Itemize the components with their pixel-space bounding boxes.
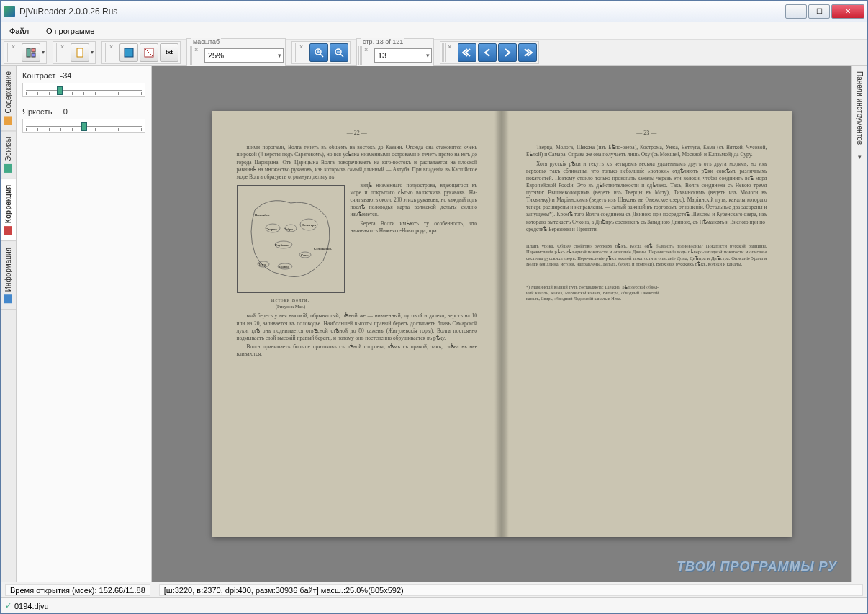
toolbar-close-icon[interactable]: × [194,46,202,53]
color-mode-button[interactable] [119,43,138,62]
menu-file[interactable]: Файл [6,25,32,37]
toolbar-close-icon[interactable]: × [364,46,371,53]
close-button[interactable]: ✕ [831,4,864,19]
page-spread: — 22 — шими порогами, Волга течетъ въ об… [212,111,792,537]
footnote: *) Маріинскій водный путь составляютъ: Ш… [526,281,659,302]
toolbar-close-icon[interactable]: × [109,43,117,50]
page-left: — 22 — шими порогами, Волга течетъ въ об… [212,111,502,537]
app-icon [4,6,15,17]
svg-rect-4 [125,48,133,57]
page-text-left: шими порогами, Волга течетъ въ общемъ на… [237,144,478,358]
zoom-combo[interactable]: 25% [204,48,284,63]
chevron-down-icon[interactable]: ▾ [858,153,862,161]
tab-correction[interactable]: Коррекция [1,179,16,241]
toolbar-grip[interactable] [294,43,298,62]
correction-panel: Контраст -34 Яркость 0 [17,66,151,582]
svg-text:Селигеръ: Селигеръ [302,223,316,227]
dropdown-icon[interactable]: ▾ [42,49,45,55]
first-page-button[interactable] [458,43,476,62]
tab-information[interactable]: Информация [1,242,16,310]
maximize-button[interactable]: ☐ [808,4,830,19]
brightness-section: Яркость 0 [22,107,145,133]
right-panel: Панели инструментов ▾ [851,66,867,582]
file-name[interactable]: 0194.djvu [14,602,49,610]
toolbar-grip[interactable] [189,46,193,65]
svg-rect-1 [32,48,35,52]
svg-text:Сабро: Сабро [284,227,294,231]
zoom-in-button[interactable] [309,43,328,62]
menu-about[interactable]: О программе [43,25,97,37]
status-dimensions: [ш:3220, в:2370, dpi:400, разм:30936 бай… [159,584,863,596]
map-figure: Волочёкъ Стержъ Сабро Селигеръ Глубокое … [237,185,345,293]
svg-text:Пено: Пено [258,263,266,266]
single-page-button[interactable] [71,43,89,62]
document-viewport[interactable]: — 22 — шими порогами, Волга течетъ въ об… [152,66,851,582]
sidebar-tabs: Содержание Эскизы Коррекция Информация [1,66,17,582]
panels-button[interactable] [22,43,40,62]
zoom-label: масштаб [191,38,221,45]
svg-rect-0 [27,48,30,57]
toolbar-grip[interactable] [358,46,363,65]
lesson-plan: Планъ урока. Общее свойство русскихъ рѣк… [526,243,767,268]
last-page-button[interactable] [518,43,537,62]
main-area: Содержание Эскизы Коррекция Информация К… [1,66,867,582]
svg-rect-2 [32,53,35,57]
page-number-right: — 23 — [526,130,767,137]
page-text-right: Тверца, Молога, Шексна (изъ Бѣло-озера),… [526,144,767,302]
filebar: ✓ 0194.djvu [1,597,867,613]
toolbar-group-mode: × txt [101,41,181,64]
svg-line-11 [340,54,343,57]
svg-text:Селижаров.: Селижаров. [314,247,332,250]
svg-line-7 [320,54,323,57]
brightness-label: Яркость 0 [22,107,145,116]
toolbar-group-page: стр. 13 of 121 × 13 [356,38,434,67]
window-title: DjVuReader 2.0.0.26 Rus [19,6,785,17]
brightness-slider[interactable] [22,119,145,133]
toolbar-group-view2: × ▾ [53,41,96,64]
toolbar-close-icon[interactable]: × [60,43,68,50]
svg-text:Волго: Волго [279,265,289,268]
titlebar: DjVuReader 2.0.0.26 Rus — ☐ ✕ [1,1,867,22]
toolbar-group-nav: × [440,41,539,64]
toolbar-grip[interactable] [6,43,10,62]
toolbar-close-icon[interactable]: × [12,43,19,50]
contrast-slider[interactable] [22,83,145,97]
zoom-out-button[interactable] [330,43,348,62]
toolbar-grip[interactable] [442,43,446,62]
svg-rect-3 [77,48,83,57]
svg-text:Глубокое: Глубокое [275,243,289,247]
app-window: DjVuReader 2.0.0.26 Rus — ☐ ✕ Файл О про… [0,0,868,614]
toolbar-grip[interactable] [104,43,108,62]
left-panel: Содержание Эскизы Коррекция Информация К… [1,66,152,582]
toolbar-close-icon[interactable]: × [299,43,307,50]
page-right: — 23 — Тверца, Молога, Шексна (изъ Бѣло-… [502,111,792,537]
toolbar: × ▾ × ▾ × txt масштаб × 25% × [1,40,867,66]
toolbar-group-zoombtns: × [291,41,351,64]
window-controls: — ☐ ✕ [785,4,864,19]
right-tab-tools[interactable]: Панели инструментов [854,66,866,150]
map-caption: Истоки Волги. (Рисунок Маг.) [237,297,345,310]
prev-page-button[interactable] [478,43,497,62]
contrast-label: Контраст -34 [22,71,145,80]
next-page-button[interactable] [498,43,517,62]
toolbar-group-zoom: масштаб × 25% [186,38,286,67]
bw-mode-button[interactable] [140,43,158,62]
menubar: Файл О программе [1,22,867,40]
svg-text:Волочёкъ: Волочёкъ [255,213,270,217]
page-combo[interactable]: 13 [374,48,432,63]
toolbar-close-icon[interactable]: × [448,43,455,50]
tab-thumbnails[interactable]: Эскизы [1,131,16,179]
statusbar: Время открытия (мсек): 152.66/11.88 [ш:3… [1,582,867,597]
contrast-section: Контраст -34 [22,71,145,97]
tab-contents[interactable]: Содержание [1,66,16,131]
pin-icon[interactable]: ✓ [5,601,12,610]
page-label: стр. 13 of 121 [361,38,404,45]
dropdown-icon[interactable]: ▾ [91,49,94,55]
page-number-left: — 22 — [237,130,478,137]
status-open-time: Время открытия (мсек): 152.66/11.88 [5,584,150,596]
toolbar-group-view1: × ▾ [4,41,47,64]
toolbar-grip[interactable] [55,43,59,62]
svg-text:Стержъ: Стержъ [266,227,278,231]
minimize-button[interactable]: — [785,4,807,19]
text-mode-button[interactable]: txt [160,43,178,62]
